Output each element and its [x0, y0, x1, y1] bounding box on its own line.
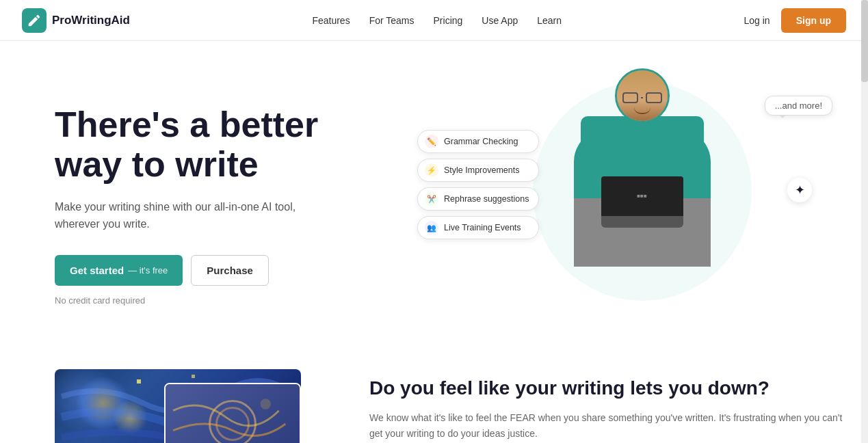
hero-content: There's a better way to write Make your … [55, 105, 438, 306]
nav-link-features[interactable]: Features [312, 15, 350, 26]
no-credit-text: No credit card required [55, 295, 438, 306]
overlay-circles [166, 384, 300, 443]
get-started-button[interactable]: Get started — it's free [55, 255, 183, 286]
signup-button[interactable]: Sign up [781, 8, 846, 33]
training-icon: 👥 [425, 221, 438, 234]
section-text: We know what it's like to feel the FEAR … [369, 410, 846, 442]
screenshot-overlay [164, 383, 301, 443]
nav-link-pricing[interactable]: Pricing [434, 15, 463, 26]
scrollbar[interactable] [861, 0, 868, 443]
sparkle-badge: ✦ [787, 178, 812, 202]
brand-name: ProWritingAid [52, 14, 130, 27]
nav-links: Features For Teams Pricing Use App Learn [312, 15, 562, 26]
bottom-left: My idea in my head [55, 369, 315, 443]
bottom-right: Do you feel like your writing lets you d… [369, 369, 846, 442]
scrollbar-thumb[interactable] [861, 0, 868, 82]
nav-right: Log in Sign up [744, 8, 846, 33]
purchase-button[interactable]: Purchase [191, 255, 269, 286]
pill-rephrase: ✂️ Rephrase suggestions [417, 187, 539, 211]
grammar-icon: ✏️ [425, 135, 438, 148]
nav-link-learn[interactable]: Learn [537, 15, 562, 26]
rephrase-icon: ✂️ [425, 192, 438, 206]
hero-title: There's a better way to write [55, 105, 438, 184]
person-body: ■■■ [574, 116, 711, 267]
style-icon: ⚡ [425, 163, 438, 177]
feature-pills: ✏️ Grammar Checking ⚡ Style Improvements… [417, 130, 539, 239]
pill-style: ⚡ Style Improvements [417, 159, 539, 182]
pill-grammar: ✏️ Grammar Checking [417, 130, 539, 153]
hero-buttons: Get started — it's free Purchase [55, 255, 438, 286]
hero-illustration: ■■■ ✏️ Grammar Checking ⚡ Style Improvem… [438, 68, 846, 328]
hero-subtitle: Make your writing shine with our all-in-… [55, 198, 328, 233]
nav-link-use-app[interactable]: Use App [482, 15, 518, 26]
cta-suffix: — it's free [128, 265, 168, 276]
navbar: ProWritingAid Features For Teams Pricing… [0, 0, 868, 41]
laptop-icon: ■■■ [601, 176, 683, 228]
hero-section: There's a better way to write Make your … [0, 41, 868, 355]
section-title: Do you feel like your writing lets you d… [369, 376, 846, 401]
person-head [615, 68, 670, 123]
bottom-section: My idea in my head Do you feel like your… [0, 355, 868, 443]
more-bubble: ...and more! [765, 96, 832, 116]
nav-logo-area: ProWritingAid [22, 8, 130, 33]
logo-icon[interactable] [22, 8, 47, 33]
person-figure: ■■■ [547, 68, 738, 321]
screenshot-container: My idea in my head [55, 369, 301, 443]
svg-point-0 [261, 399, 271, 409]
nav-link-teams[interactable]: For Teams [369, 15, 415, 26]
pill-training: 👥 Live Training Events [417, 216, 539, 239]
login-link[interactable]: Log in [744, 15, 770, 26]
